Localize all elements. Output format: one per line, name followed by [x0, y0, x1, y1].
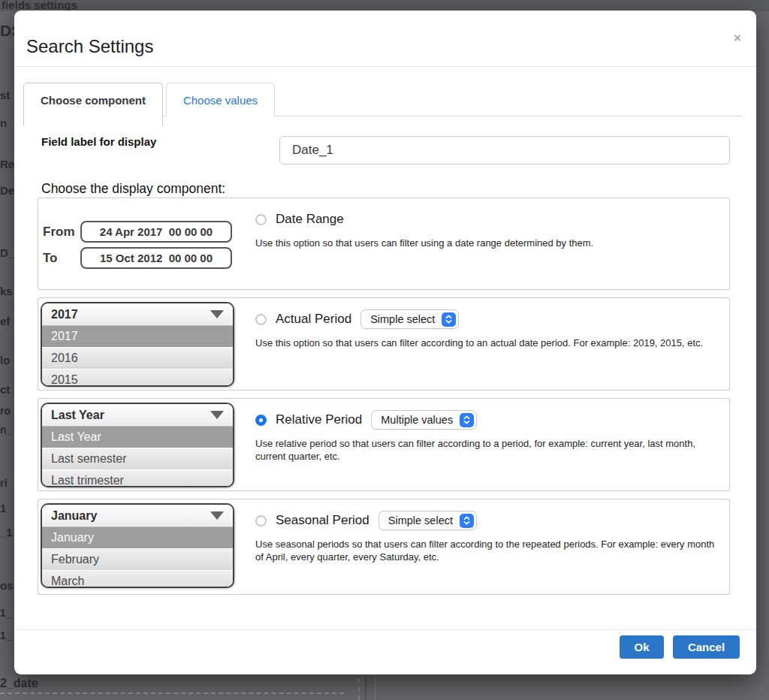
bg-text-fragment: ct [0, 383, 10, 396]
dialog-title: Search Settings [26, 36, 153, 57]
date-range-label: Date Range [276, 212, 344, 227]
from-row: From 24 Apr 2017 00 00 00 [43, 221, 232, 243]
to-date-value: 15 Oct 2012 00 00 00 [80, 247, 232, 269]
relative-period-description: Use relative period so that users can fi… [255, 437, 715, 463]
dropdown-header-label: 2017 [51, 308, 78, 321]
bg-text-fragment: Re [0, 158, 14, 170]
field-label-input[interactable] [279, 136, 730, 164]
dropdown-item: March [42, 570, 233, 588]
dropdown-item: Last semester [42, 448, 233, 469]
option-content: Seasonal Period Simple select Use season… [255, 511, 720, 563]
choose-component-heading: Choose the display component: [41, 181, 225, 197]
bg-text-fragment: n_ [0, 424, 12, 436]
option-content: Actual Period Simple select Use this opt… [255, 309, 720, 349]
actual-period-select[interactable]: Simple select [360, 309, 459, 329]
bg-text-fragment: fields settings [2, 0, 77, 11]
dropdown-item: 2016 [42, 347, 233, 369]
dropdown-header-label: January [51, 509, 97, 523]
tab-bar: Choose component Choose values [23, 83, 743, 126]
bg-dashed-vertical-line [358, 678, 360, 700]
caret-down-icon [210, 411, 224, 419]
relative-period-radio[interactable] [255, 415, 267, 426]
dropdown-illustration: January January February March [41, 503, 234, 588]
bg-text-fragment: os [0, 579, 14, 592]
bg-text-fragment: _1 [0, 526, 13, 539]
background-header-strip [0, 0, 769, 11]
bg-text-fragment: st [0, 89, 10, 101]
select-chevrons-icon [442, 312, 456, 327]
seasonal-period-label: Seasonal Period [276, 513, 369, 528]
search-settings-dialog: Search Settings × Choose component Choos… [14, 11, 756, 674]
seasonal-period-description: Use seasonal periods so that users can f… [255, 538, 715, 563]
option-actual-period: 2017 2017 2016 2015 Actual Period Simple… [38, 297, 730, 391]
option-content: Relative Period Multiple values Use rela… [255, 410, 720, 463]
tab-choose-values[interactable]: Choose values [166, 83, 275, 116]
bg-text-fragment: lo [0, 354, 10, 367]
actual-period-label: Actual Period [276, 312, 351, 327]
option-header: Actual Period Simple select [255, 309, 720, 329]
date-range-radio[interactable] [255, 214, 267, 225]
actual-period-description: Use this option so that users can filter… [255, 336, 715, 349]
relative-period-select[interactable]: Multiple values [371, 410, 477, 430]
bg-text-fragment: D_ [0, 246, 14, 259]
dropdown-header: Last Year [42, 404, 233, 427]
bg-text-fragment: De [0, 184, 14, 197]
bg-text-fragment: ef [0, 315, 10, 327]
bg-vertical-line [375, 674, 375, 700]
bg-text-fragment: 1_ [0, 607, 12, 619]
to-label: To [43, 251, 80, 266]
dropdown-header-label: Last Year [51, 409, 104, 422]
dropdown-item-selected: 2017 [42, 326, 233, 347]
select-value: Simple select [370, 313, 435, 325]
bg-text-fragment: ri [0, 476, 8, 489]
dropdown-item: 2015 [42, 369, 233, 387]
select-chevrons-icon [460, 514, 474, 528]
bg-text-fragment: n [0, 116, 7, 129]
option-date-range: From 24 Apr 2017 00 00 00 To 15 Oct 2012… [38, 198, 730, 290]
footer-divider [14, 629, 756, 630]
dropdown-item-selected: January [42, 527, 233, 548]
dropdown-illustration: Last Year Last Year Last semester Last t… [41, 403, 234, 487]
option-header: Date Range [255, 210, 720, 229]
date-range-description: Use this option so that users can filter… [255, 237, 715, 249]
select-chevrons-icon [460, 413, 474, 427]
option-content: Date Range Use this option so that users… [255, 210, 720, 249]
caret-down-icon [210, 310, 224, 318]
seasonal-period-radio[interactable] [255, 515, 267, 527]
to-row: To 15 Oct 2012 00 00 00 [43, 247, 232, 269]
bg-text-fragment: ro [0, 405, 11, 417]
dropdown-header: January [42, 505, 233, 527]
dropdown-item-selected: Last Year [42, 427, 233, 448]
bg-text-fragment: 1 [0, 502, 6, 514]
tab-choose-component[interactable]: Choose component [23, 83, 163, 126]
bg-vertical-line [365, 674, 366, 700]
bg-text-fragment: ks [0, 285, 13, 297]
select-value: Simple select [388, 514, 453, 527]
field-label-for-display: Field label for display [41, 135, 156, 148]
seasonal-period-select[interactable]: Simple select [378, 511, 477, 530]
caret-down-icon [210, 511, 224, 520]
dropdown-item: February [42, 548, 233, 570]
bg-text-fragment: 1_ [0, 629, 12, 641]
close-icon[interactable]: × [734, 32, 741, 44]
bg-text-fragment: 2_date [0, 677, 38, 690]
bg-dashed-line [0, 692, 344, 694]
option-seasonal-period: January January February March Seasonal … [38, 499, 730, 595]
ok-button[interactable]: Ok [620, 635, 664, 659]
relative-period-label: Relative Period [276, 412, 362, 427]
actual-period-radio[interactable] [255, 314, 267, 325]
dropdown-header: 2017 [42, 303, 233, 326]
option-relative-period: Last Year Last Year Last semester Last t… [38, 398, 730, 491]
from-date-value: 24 Apr 2017 00 00 00 [80, 221, 232, 243]
option-header: Seasonal Period Simple select [255, 511, 720, 530]
dropdown-item: Last trimester [42, 469, 233, 487]
from-label: From [43, 225, 80, 240]
option-header: Relative Period Multiple values [255, 410, 720, 430]
screen: fields settings DS st n Re De D_ ks ef l… [0, 0, 769, 700]
date-range-illustration: From 24 Apr 2017 00 00 00 To 15 Oct 2012… [43, 221, 232, 269]
cancel-button[interactable]: Cancel [673, 635, 740, 659]
dialog-header: Search Settings × [14, 11, 756, 67]
select-value: Multiple values [381, 414, 453, 426]
dropdown-illustration: 2017 2017 2016 2015 [41, 302, 234, 387]
